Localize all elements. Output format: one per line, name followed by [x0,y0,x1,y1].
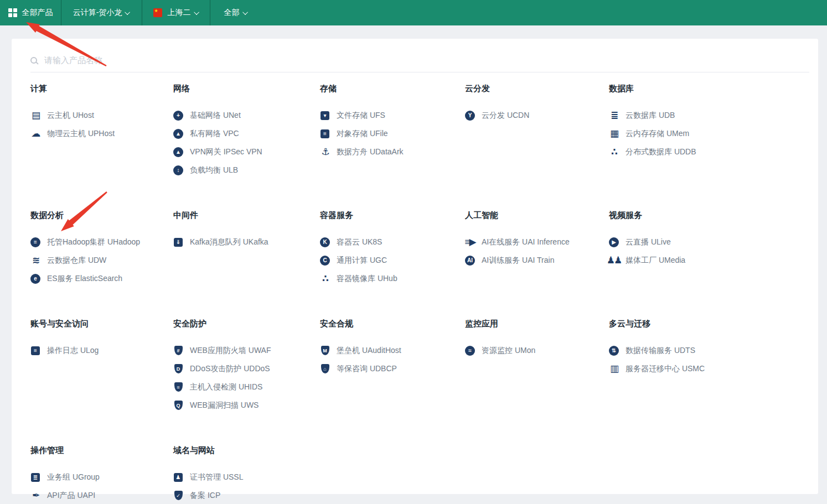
network-icon: + [173,111,183,121]
product-item-udw[interactable]: ≋云数据仓库 UDW [30,251,173,269]
category-row-2: 数据分析≡托管Hadoop集群 UHadoop≋云数据仓库 UDWeES服务 E… [30,210,802,288]
product-item-vpc[interactable]: ▲私有网络 VPC [173,124,320,143]
tab-region-dropdown[interactable]: ★ 上海二 [142,0,210,25]
business-group-icon: ≣ [30,473,40,482]
section-operations: 操作管理≣业务组 UGroup✒API产品 UAPI [30,445,173,504]
category-row-4: 操作管理≣业务组 UGroup✒API产品 UAPI域名与网站♟证书管理 USS… [30,445,802,504]
product-item-ukafka[interactable]: ⇓Kafka消息队列 UKafka [173,233,320,251]
product-item-ugroup[interactable]: ≣业务组 UGroup [30,468,173,486]
product-item-uhost[interactable]: ▤云主机 UHost [30,106,173,124]
product-item-ugc[interactable]: C通用计算 UGC [320,251,465,269]
general-compute-icon: C [320,256,330,266]
category-row-3: 账号与安全访问≡操作日志 ULog安全防护#WEB应用防火墙 UWAFDDDoS… [30,319,802,414]
product-item-label: 通用计算 UGC [337,256,387,266]
product-item-uhadoop[interactable]: ≡托管Hadoop集群 UHadoop [30,233,173,251]
product-item-label: 云主机 UHost [47,111,94,121]
section-title-domain-website: 域名与网站 [173,445,320,456]
search-icon [30,57,37,64]
tab-account-label: 云计算-贺小龙 [73,8,122,18]
product-item-ussl[interactable]: ♟证书管理 USSL [173,468,320,486]
section-title-container: 容器服务 [320,210,465,221]
product-item-uhub[interactable]: ∴容器镜像库 UHub [320,269,465,288]
product-item-label: API产品 UAPI [47,491,95,501]
section-database: 数据库≣云数据库 UDB▦云内存存储 UMem∴分布式数据库 UDDB [609,84,802,179]
product-item-label: Kafka消息队列 UKafka [190,237,268,247]
product-item-elasticsearch[interactable]: eES服务 ElasticSearch [30,269,173,288]
product-item-uk8s[interactable]: K容器云 UK8S [320,233,465,251]
product-item-umon[interactable]: ≈资源监控 UMon [465,341,609,360]
tab-project-dropdown[interactable]: 全部 [210,0,261,25]
product-item-ufs[interactable]: ▾文件存储 UFS [320,106,465,124]
product-item-uhids[interactable]: ≡主机入侵检测 UHIDS [173,378,320,396]
product-item-label: 媒体工厂 UMedia [626,256,685,266]
section-ai: 人工智能≡▶AI在线服务 UAI InferenceAIAI训练服务 UAI T… [465,210,609,288]
live-streaming-icon: ▶ [609,237,619,247]
product-item-uws[interactable]: QWEB漏洞扫描 UWS [173,396,320,414]
product-item-label: 数据传输服务 UDTS [626,346,695,356]
products-panel: 计算▤云主机 UHost☁物理云主机 UPHost网络+基础网络 UNet▲私有… [12,39,818,494]
product-item-label: 资源监控 UMon [482,346,535,356]
product-item-ulog[interactable]: ≡操作日志 ULog [30,341,173,360]
product-item-uphost[interactable]: ☁物理云主机 UPHost [30,124,173,143]
product-item-umedia[interactable]: ♟♟媒体工厂 UMedia [609,251,802,269]
ddos-shield-icon: D [173,364,183,373]
section-container: 容器服务K容器云 UK8SC通用计算 UGC∴容器镜像库 UHub [320,210,465,288]
section-title-database: 数据库 [609,84,802,94]
product-item-uai-train[interactable]: AIAI训练服务 UAI Train [465,251,609,269]
product-item-label: 云数据库 UDB [626,111,675,121]
memory-store-icon: ▦ [609,129,619,139]
product-item-usmc[interactable]: ▥服务器迁移中心 USMC [609,360,802,378]
product-item-label: 容器镜像库 UHub [337,274,397,284]
section-network: 网络+基础网络 UNet▲私有网络 VPC▲VPN网关 IPSec VPN↕负载… [173,84,320,179]
product-item-label: 云直播 ULive [626,237,671,247]
china-flag-icon: ★ [153,8,162,17]
product-item-label: 主机入侵检测 UHIDS [190,382,262,392]
tab-account-dropdown[interactable]: 云计算-贺小龙 [61,0,142,25]
kafka-icon: ⇓ [173,238,183,247]
product-item-ulive[interactable]: ▶云直播 ULive [609,233,802,251]
product-item-ipsec-vpn[interactable]: ▲VPN网关 IPSec VPN [173,143,320,161]
product-item-icp[interactable]: ✓备案 ICP [173,486,320,504]
section-title-operations: 操作管理 [30,445,173,456]
product-item-label: 等保咨询 UDBCP [337,364,397,374]
section-title-security-protection: 安全防护 [173,319,320,329]
section-title-network: 网络 [173,84,320,94]
category-row-1: 计算▤云主机 UHost☁物理云主机 UPHost网络+基础网络 UNet▲私有… [30,84,802,179]
product-item-uai-inference[interactable]: ≡▶AI在线服务 UAI Inference [465,233,609,251]
product-item-udataark[interactable]: ⚓数据方舟 UDataArk [320,143,465,161]
product-item-unet[interactable]: +基础网络 UNet [173,106,320,124]
product-item-udts[interactable]: ⇅数据传输服务 UDTS [609,341,802,360]
product-item-uaudithost[interactable]: M堡垒机 UAuditHost [320,341,465,360]
product-item-ufile[interactable]: ≡对象存储 UFile [320,124,465,143]
product-item-umem[interactable]: ▦云内存存储 UMem [609,124,802,143]
product-item-uwaf[interactable]: #WEB应用防火墙 UWAF [173,341,320,360]
product-item-label: WEB漏洞扫描 UWS [190,401,259,411]
product-item-ulb[interactable]: ↕负载均衡 ULB [173,161,320,179]
product-item-uapi[interactable]: ✒API产品 UAPI [30,486,173,504]
tab-all-products-label: 全部产品 [22,8,53,18]
tab-project-label: 全部 [224,8,240,18]
physical-cloud-icon: ☁ [30,129,40,139]
product-item-udb[interactable]: ≣云数据库 UDB [609,106,802,124]
product-item-udbcp[interactable]: ⌂等保咨询 UDBCP [320,360,465,378]
vpn-gateway-icon: ▲ [173,147,183,157]
product-item-label: 基础网络 UNet [190,111,241,121]
chevron-down-icon [194,9,199,15]
section-title-monitoring: 监控应用 [465,319,609,329]
data-warehouse-icon: ≋ [30,256,40,266]
tab-all-products[interactable]: 全部产品 [0,0,61,25]
product-item-label: WEB应用防火墙 UWAF [190,346,271,356]
server-icon: ▤ [30,111,40,121]
vpc-icon: ▲ [173,129,183,139]
section-title-data-analysis: 数据分析 [30,210,173,221]
section-account-security: 账号与安全访问≡操作日志 ULog [30,319,173,414]
product-item-label: AI训练服务 UAI Train [482,256,554,266]
database-icon: ≣ [609,111,619,121]
product-item-uddb[interactable]: ∴分布式数据库 UDDB [609,143,802,161]
product-item-uddos[interactable]: DDDoS攻击防护 UDDoS [173,360,320,378]
search-input[interactable] [44,55,321,65]
product-item-ucdn[interactable]: Y云分发 UCDN [465,106,609,124]
section-title-ai: 人工智能 [465,210,609,221]
data-ark-icon: ⚓ [320,147,330,157]
product-item-label: 负载均衡 ULB [190,165,238,175]
